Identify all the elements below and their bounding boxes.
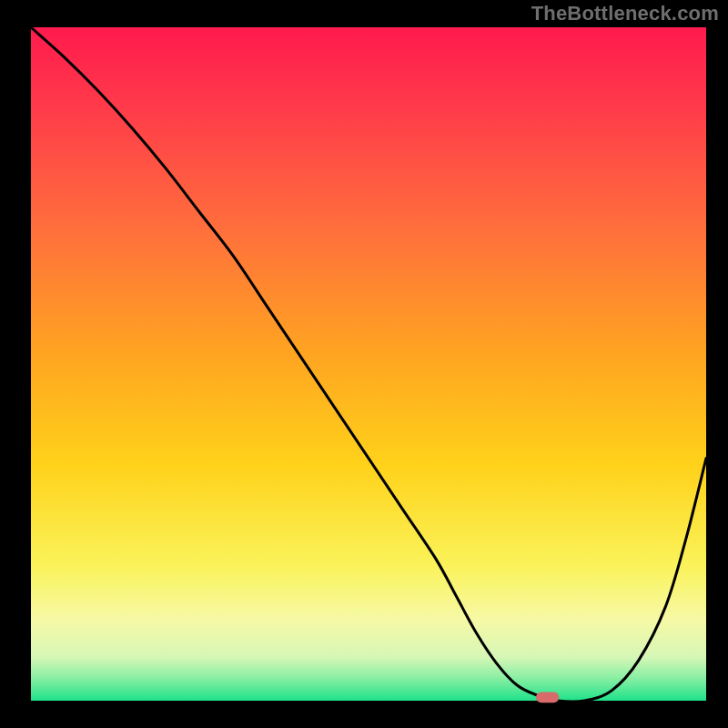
watermark-text: TheBottleneck.com xyxy=(531,2,719,25)
bottleneck-chart xyxy=(0,0,728,728)
optimal-marker xyxy=(536,692,559,703)
chart-frame: TheBottleneck.com xyxy=(0,0,728,728)
